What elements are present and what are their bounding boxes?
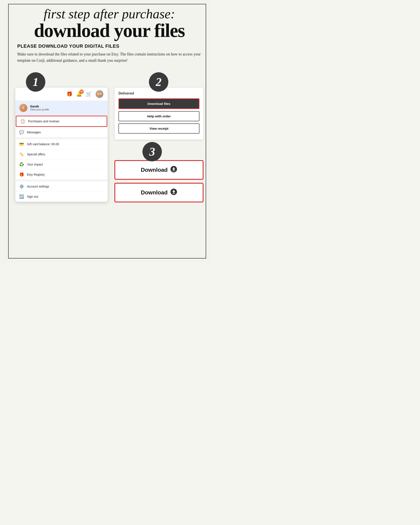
bold-title: download your files	[13, 21, 206, 40]
settings-icon: ⚙️	[19, 184, 24, 189]
profile-name: Sarah	[30, 104, 49, 108]
download-label-2: Download	[141, 189, 167, 196]
special-offers-icon: 🏷️	[19, 152, 24, 157]
svg-rect-7	[172, 193, 175, 194]
gift-icon: 🎁	[67, 91, 72, 97]
svg-rect-2	[173, 167, 174, 169]
step2-section: 2 Delivered Download files Help with ord…	[115, 72, 203, 140]
download-icon-2	[170, 188, 177, 197]
profile-avatar: S	[19, 104, 28, 112]
step2-panel: Delivered Download files Help with order…	[115, 87, 203, 140]
profile-item[interactable]: S Sarah View your profile	[15, 101, 108, 115]
step1-column: 1 🎁 🔔 50 🛒 S ▾ S	[15, 72, 108, 202]
intro-section: PLEASE DOWNLOAD YOUR DIGITAL FILES Make …	[13, 43, 206, 68]
profile-info: Sarah View your profile	[30, 104, 49, 111]
menu-item-label-registry: Etsy Registry	[27, 173, 45, 176]
avatar-button[interactable]: S ▾	[95, 90, 103, 98]
download-button-2[interactable]: Download	[115, 183, 203, 202]
cart-icon: 🛒	[86, 91, 92, 97]
step3-section: 3 Download Download	[115, 142, 203, 202]
sign-out-icon: ↩️	[19, 194, 24, 199]
menu-item-your-impact[interactable]: ♻️ Your impact	[15, 159, 108, 170]
menu-item-label-your-impact: Your impact	[27, 163, 43, 166]
impact-icon: ♻️	[19, 162, 24, 167]
svg-rect-6	[173, 190, 174, 192]
menu-separator	[15, 137, 108, 139]
profile-sub: View your profile	[30, 108, 49, 111]
menu-item-label-messages: Messages	[27, 131, 41, 134]
steps-container: 1 🎁 🔔 50 🛒 S ▾ S	[13, 68, 206, 207]
menu-item-messages[interactable]: 💬 Messages	[15, 127, 108, 137]
dropdown-menu: S Sarah View your profile 📋 Purchases an…	[15, 101, 108, 202]
step2-3-column: 2 Delivered Download files Help with ord…	[115, 72, 203, 202]
menu-item-account-settings[interactable]: ⚙️ Account settings	[15, 181, 108, 192]
registry-icon: 🎁	[19, 172, 24, 177]
menu-item-special-offers[interactable]: 🏷️ Special offers	[15, 149, 108, 159]
svg-rect-3	[172, 171, 175, 171]
menu-item-giftcard[interactable]: 💳 Gift card balance: €0.00	[15, 139, 108, 149]
download-icon-1	[170, 166, 177, 174]
purchases-icon: 📋	[20, 119, 25, 124]
menu-item-label-purchases: Purchases and reviews	[28, 120, 59, 123]
menu-item-label-account-settings: Account settings	[27, 185, 49, 188]
menu-item-sign-out[interactable]: ↩️ Sign out	[15, 192, 108, 202]
intro-heading: PLEASE DOWNLOAD YOUR DIGITAL FILES	[17, 43, 201, 49]
step1-circle: 1	[26, 72, 45, 92]
menu-separator-2	[15, 180, 108, 181]
download-button-1[interactable]: Download	[115, 160, 203, 180]
menu-item-purchases[interactable]: 📋 Purchases and reviews	[16, 116, 107, 127]
giftcard-icon: 💳	[19, 142, 24, 147]
menu-item-label-sign-out: Sign out	[27, 195, 38, 198]
notification-icon: 🔔 50	[76, 91, 82, 97]
step3-circle: 3	[143, 142, 162, 161]
etsy-navbar: 🎁 🔔 50 🛒 S ▾	[15, 88, 108, 101]
delivered-label: Delivered	[118, 92, 200, 95]
step2-circle: 2	[149, 72, 168, 92]
script-title: first step after purchase:	[13, 7, 206, 21]
etsy-mockup: 🎁 🔔 50 🛒 S ▾ S Sarah View yo	[15, 87, 108, 202]
help-with-order-button[interactable]: Help with order	[118, 111, 200, 121]
notification-badge: 50	[79, 90, 84, 94]
download-files-button[interactable]: Download files	[118, 98, 200, 109]
intro-body: Make sure to download the files related …	[17, 51, 201, 64]
header-section: first step after purchase: download your…	[13, 4, 206, 43]
messages-icon: 💬	[19, 130, 24, 135]
view-receipt-button[interactable]: View receipt	[118, 123, 200, 134]
menu-item-label-special-offers: Special offers	[27, 153, 45, 156]
download-label-1: Download	[141, 167, 167, 173]
menu-item-label-giftcard: Gift card balance: €0.00	[27, 142, 59, 146]
menu-item-registry[interactable]: 🎁 Etsy Registry	[15, 170, 108, 180]
